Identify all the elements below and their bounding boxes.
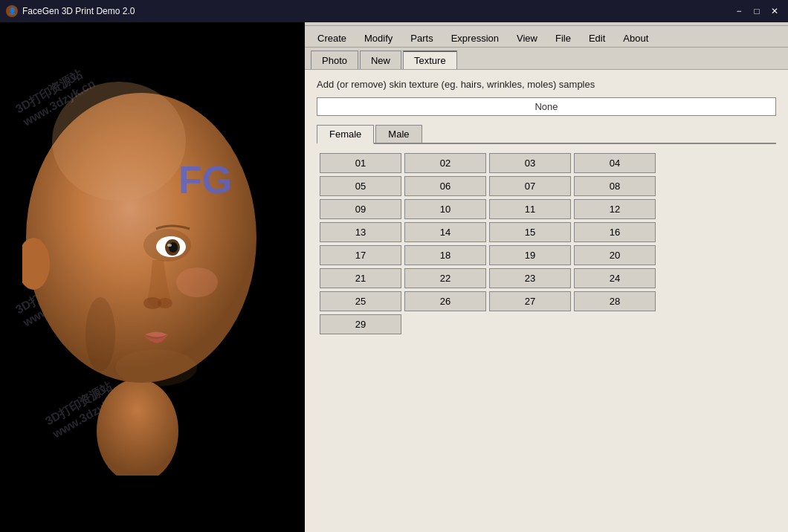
menu-file[interactable]: File xyxy=(547,29,579,47)
texture-btn-17[interactable]: 17 xyxy=(320,245,401,265)
texture-btn-10[interactable]: 10 xyxy=(404,199,486,219)
texture-btn-26[interactable]: 26 xyxy=(404,291,486,311)
close-button[interactable]: ✕ xyxy=(767,4,782,19)
head-svg: FG xyxy=(22,45,275,476)
gender-tab-male[interactable]: Male xyxy=(375,125,422,143)
texture-btn-25[interactable]: 25 xyxy=(320,291,401,311)
texture-btn-24[interactable]: 24 xyxy=(574,268,656,288)
texture-btn-11[interactable]: 11 xyxy=(489,199,571,219)
texture-btn-21[interactable]: 21 xyxy=(320,268,401,288)
menu-about[interactable]: About xyxy=(615,29,656,47)
texture-btn-02[interactable]: 02 xyxy=(404,153,486,173)
texture-btn-22[interactable]: 22 xyxy=(404,268,486,288)
svg-point-14 xyxy=(176,267,218,297)
texture-btn-19[interactable]: 19 xyxy=(489,245,571,265)
texture-btn-08[interactable]: 08 xyxy=(574,176,656,196)
menu-create[interactable]: Create xyxy=(309,29,355,47)
texture-btn-16[interactable]: 16 xyxy=(574,222,656,242)
tab-new[interactable]: New xyxy=(360,51,401,69)
texture-grid: 0102030405060708091011121314151617181920… xyxy=(317,150,776,337)
gender-tab-female[interactable]: Female xyxy=(317,125,374,144)
texture-btn-03[interactable]: 03 xyxy=(489,153,571,173)
menu-expression[interactable]: Expression xyxy=(443,29,507,47)
title-bar: 👤 FaceGen 3D Print Demo 2.0 − □ ✕ xyxy=(0,0,788,22)
texture-btn-04[interactable]: 04 xyxy=(574,153,656,173)
texture-btn-28[interactable]: 28 xyxy=(574,291,656,311)
texture-btn-20[interactable]: 20 xyxy=(574,245,656,265)
title-bar-left: 👤 FaceGen 3D Print Demo 2.0 xyxy=(6,5,135,17)
texture-btn-15[interactable]: 15 xyxy=(489,222,571,242)
app-title: FaceGen 3D Print Demo 2.0 xyxy=(22,6,135,16)
tab-photo[interactable]: Photo xyxy=(311,51,358,69)
texture-btn-29[interactable]: 29 xyxy=(320,314,401,334)
texture-btn-09[interactable]: 09 xyxy=(320,199,401,219)
texture-btn-01[interactable]: 01 xyxy=(320,153,401,173)
right-panel: Create Modify Parts Expression View File… xyxy=(305,22,788,532)
menu-parts[interactable]: Parts xyxy=(402,29,441,47)
description-text: Add (or remove) skin texture (eg. hairs,… xyxy=(317,79,776,90)
texture-btn-06[interactable]: 06 xyxy=(404,176,486,196)
svg-text:FG: FG xyxy=(178,158,232,201)
menu-modify[interactable]: Modify xyxy=(356,29,401,47)
3d-view: 3D打印资源站www.3dzyk.cn 3D打印资源站www.3dzyk.cn … xyxy=(0,22,305,532)
texture-btn-12[interactable]: 12 xyxy=(574,199,656,219)
gender-tabs: Female Male xyxy=(317,125,776,144)
sub-tabs-row: Photo New Texture xyxy=(305,48,788,70)
svg-point-13 xyxy=(85,297,115,372)
main-layout: 3D打印资源站www.3dzyk.cn 3D打印资源站www.3dzyk.cn … xyxy=(0,22,788,532)
title-controls: − □ ✕ xyxy=(732,4,782,19)
svg-point-10 xyxy=(158,298,172,308)
tab-texture[interactable]: Texture xyxy=(403,51,457,69)
texture-btn-14[interactable]: 14 xyxy=(404,222,486,242)
menu-edit[interactable]: Edit xyxy=(581,29,613,47)
texture-btn-05[interactable]: 05 xyxy=(320,176,401,196)
minimize-button[interactable]: − xyxy=(732,4,746,19)
svg-point-8 xyxy=(167,244,172,247)
svg-point-0 xyxy=(97,379,178,476)
none-dropdown[interactable]: None xyxy=(317,97,776,116)
texture-btn-13[interactable]: 13 xyxy=(320,222,401,242)
svg-point-3 xyxy=(52,82,186,201)
texture-btn-07[interactable]: 07 xyxy=(489,176,571,196)
app-icon: 👤 xyxy=(6,5,18,17)
texture-btn-18[interactable]: 18 xyxy=(404,245,486,265)
svg-point-11 xyxy=(115,349,197,386)
texture-btn-23[interactable]: 23 xyxy=(489,268,571,288)
menu-view[interactable]: View xyxy=(508,29,546,47)
content-area: Add (or remove) skin texture (eg. hairs,… xyxy=(305,70,788,532)
maximize-button[interactable]: □ xyxy=(749,4,764,19)
main-menu-row: Create Modify Parts Expression View File… xyxy=(305,26,788,48)
texture-btn-27[interactable]: 27 xyxy=(489,291,571,311)
viewport: 3D打印资源站www.3dzyk.cn 3D打印资源站www.3dzyk.cn … xyxy=(0,22,305,532)
